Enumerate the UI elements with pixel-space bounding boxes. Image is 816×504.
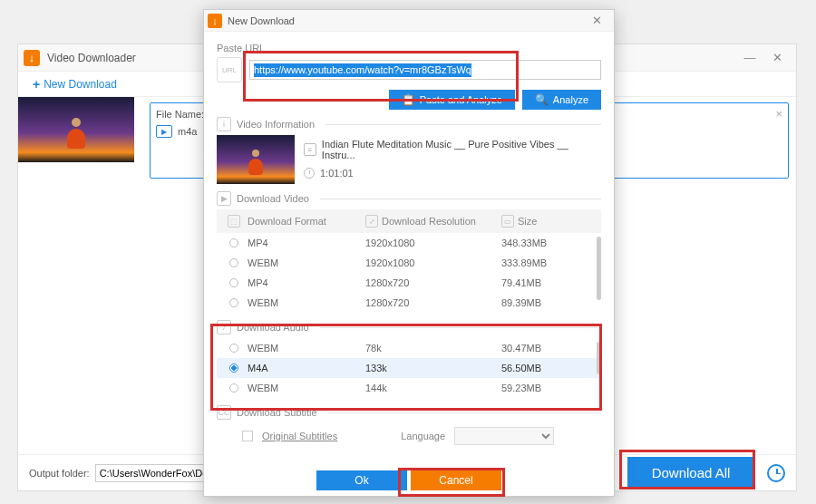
row-size: 30.47MB [501, 343, 597, 354]
new-download-dialog: ↓ New Download ✕ Paste URL URL 📋Paste an… [203, 9, 615, 497]
row-size: 333.89MB [501, 257, 597, 268]
table-row[interactable]: WEBM1280x72089.39MB [217, 293, 601, 313]
download-video-label: Download Video [237, 193, 309, 204]
row-format: M4A [248, 363, 365, 373]
video-rows: MP41920x1080348.33MBWEBM1920x1080333.89M… [217, 233, 601, 313]
radio-icon[interactable] [229, 383, 238, 393]
row-size: 89.39MB [501, 297, 597, 308]
modal-titlebar: ↓ New Download ✕ [204, 10, 614, 32]
paste-and-analyze-button[interactable]: 📋Paste and Analyze [389, 90, 515, 110]
resolution-header-icon: ⤢ [365, 215, 378, 228]
original-subtitles-checkbox[interactable] [242, 431, 253, 441]
video-section-icon: ▶ [217, 191, 231, 206]
size-header-icon: ▭ [501, 215, 514, 228]
row-resolution: 1280x720 [365, 277, 501, 288]
paste-url-label: Paste URL [217, 43, 265, 53]
language-select[interactable] [454, 427, 554, 445]
modal-app-icon: ↓ [208, 14, 222, 28]
subtitle-row: Original Subtitles Language [242, 427, 601, 445]
row-resolution: 1920x1080 [365, 257, 501, 268]
language-label: Language [401, 431, 445, 441]
video-info-label: Video Information [237, 119, 315, 130]
original-subtitles-label[interactable]: Original Subtitles [262, 431, 337, 441]
radio-icon[interactable] [229, 238, 238, 247]
row-format: WEBM [248, 343, 365, 354]
row-resolution: 1920x1080 [365, 237, 501, 248]
audio-section-icon: ♪ [217, 320, 231, 334]
output-folder-label: Output folder: [29, 468, 90, 479]
table-row[interactable]: WEBM78k30.47MB [217, 338, 601, 358]
cancel-button[interactable]: Cancel [411, 470, 501, 490]
audio-rows: WEBM78k30.47MBM4A133k56.50MBWEBM144k59.2… [217, 338, 601, 398]
radio-icon[interactable] [229, 258, 238, 267]
download-audio-label: Download Audio [237, 322, 309, 333]
modal-title: New Download [228, 15, 583, 26]
row-format: WEBM [248, 383, 365, 393]
info-icon: i [217, 117, 231, 131]
video-scrollbar[interactable] [597, 237, 601, 300]
app-icon: ↓ [24, 50, 40, 66]
row-size: 79.41MB [501, 277, 597, 288]
modal-footer: Ok Cancel [204, 465, 614, 496]
thumbnail-column [18, 97, 150, 173]
subtitle-section-icon: CC [217, 405, 231, 420]
audio-scrollbar[interactable] [597, 342, 601, 374]
row-size: 56.50MB [501, 363, 597, 373]
radio-icon[interactable] [229, 363, 238, 373]
download-all-button[interactable]: Download All [627, 457, 754, 489]
plus-icon: + [33, 77, 40, 92]
video-thumbnail [217, 135, 295, 184]
row-format: WEBM [248, 257, 365, 268]
clock-icon[interactable] [767, 464, 785, 482]
table-row[interactable]: WEBM144k59.23MB [217, 378, 601, 398]
video-info-row: ≡Indian Flute Meditation Music __ Pure P… [217, 135, 601, 184]
row-resolution: 133k [365, 363, 501, 373]
radio-icon[interactable] [229, 298, 238, 307]
radio-icon[interactable] [229, 344, 238, 353]
search-icon: 🔍 [535, 93, 549, 106]
paste-icon: 📋 [402, 93, 415, 106]
url-icon: URL [217, 57, 242, 82]
table-row[interactable]: M4A133k56.50MB [217, 358, 601, 378]
row-resolution: 144k [365, 383, 501, 393]
new-download-button[interactable]: New Download [44, 78, 117, 91]
format-badge: m4a [178, 126, 197, 137]
duration-clock-icon [304, 168, 315, 179]
url-input[interactable] [249, 60, 601, 80]
format-header: Download Format [248, 216, 365, 227]
table-row[interactable]: WEBM1920x1080333.89MB [217, 253, 601, 273]
table-row[interactable]: MP41920x1080348.33MB [217, 233, 601, 253]
row-size: 348.33MB [501, 237, 597, 248]
doc-icon: ≡ [304, 143, 316, 156]
video-title: Indian Flute Meditation Music __ Pure Po… [322, 139, 601, 160]
analyze-button[interactable]: 🔍Analyze [522, 90, 601, 110]
row-format: MP4 [248, 277, 365, 288]
radio-icon[interactable] [229, 278, 238, 287]
format-icon: ▶ [156, 125, 172, 138]
row-format: MP4 [248, 237, 365, 248]
format-header-icon: ⬚ [228, 215, 240, 228]
info-card-close-icon[interactable]: × [775, 107, 782, 121]
ok-button[interactable]: Ok [316, 470, 407, 490]
download-subtitle-label: Download Subtitle [237, 407, 317, 418]
table-row[interactable]: MP41280x72079.41MB [217, 273, 601, 293]
video-grid-header: ⬚ Download Format ⤢Download Resolution ▭… [217, 209, 601, 233]
minimize-button[interactable]: — [736, 49, 763, 67]
modal-body: Paste URL URL 📋Paste and Analyze 🔍Analyz… [204, 32, 614, 465]
item-thumbnail[interactable] [18, 97, 134, 162]
modal-close-button[interactable]: ✕ [583, 14, 610, 27]
video-duration: 1:01:01 [320, 168, 354, 179]
row-format: WEBM [248, 297, 365, 308]
row-resolution: 78k [365, 343, 501, 354]
row-resolution: 1280x720 [365, 297, 501, 308]
close-button[interactable]: ✕ [763, 49, 791, 67]
row-size: 59.23MB [501, 383, 597, 393]
